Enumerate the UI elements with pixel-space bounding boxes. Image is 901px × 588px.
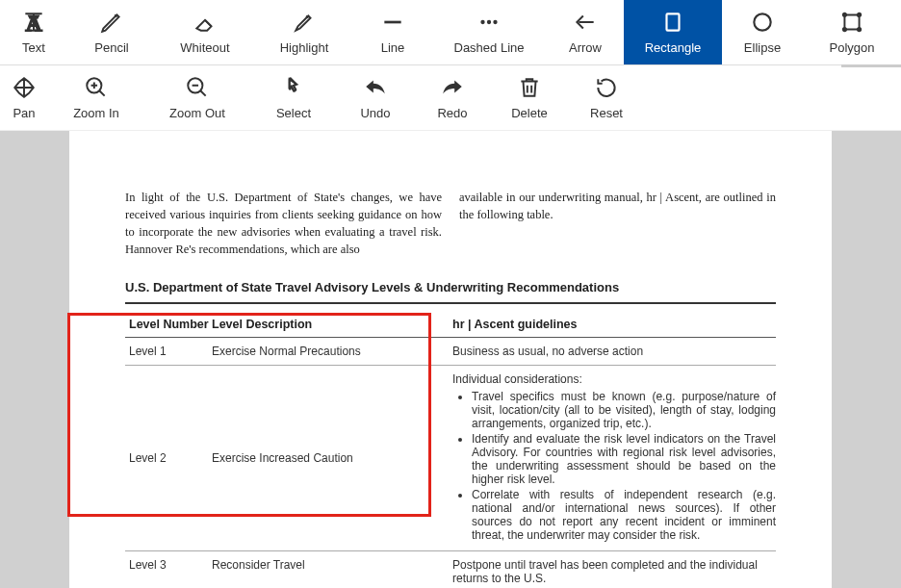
arrow-icon bbox=[573, 10, 598, 35]
dashed-icon bbox=[476, 10, 502, 35]
rectangle-icon bbox=[660, 10, 685, 35]
cell-desc: Exercise Increased Caution bbox=[212, 451, 452, 465]
zoom-out-icon bbox=[185, 75, 210, 100]
delete-label: Delete bbox=[511, 106, 548, 120]
ellipse-icon bbox=[750, 10, 775, 35]
table-header: Level Number Level Description hr | Asce… bbox=[125, 312, 776, 337]
text-icon: A bbox=[21, 10, 46, 35]
highlighter-icon bbox=[292, 10, 317, 35]
svg-point-9 bbox=[858, 28, 861, 31]
dashed-line-tool[interactable]: Dashed Line bbox=[431, 0, 547, 64]
intro-right: available in our underwriting manual, hr… bbox=[459, 189, 776, 259]
cell-guideline: Postpone until travel has been completed… bbox=[452, 558, 776, 585]
pencil-icon bbox=[99, 10, 124, 35]
svg-point-1 bbox=[480, 20, 484, 24]
redo-label: Redo bbox=[437, 106, 467, 120]
cell-level: Level 1 bbox=[125, 345, 212, 358]
bullet-item: Travel specifics must be known (e.g. pur… bbox=[472, 390, 776, 430]
select-icon bbox=[281, 75, 306, 100]
pan-label: Pan bbox=[13, 106, 35, 120]
cell-guideline: Individual considerations: Travel specif… bbox=[452, 372, 776, 544]
eraser-icon bbox=[193, 10, 218, 35]
bullet-item: Correlate with results of independent re… bbox=[472, 488, 776, 542]
line-label: Line bbox=[381, 40, 405, 55]
pencil-tool[interactable]: Pencil bbox=[67, 0, 156, 64]
svg-point-5 bbox=[754, 13, 770, 30]
zoom-out-tool[interactable]: Zoom Out bbox=[144, 65, 250, 130]
undo-label: Undo bbox=[360, 106, 390, 120]
editor-canvas[interactable]: In light of the U.S. Department of State… bbox=[0, 131, 901, 588]
document-page: In light of the U.S. Department of State… bbox=[69, 131, 832, 588]
bullet-item: Identify and evaluate the risk level ind… bbox=[472, 432, 776, 486]
section-rule bbox=[125, 302, 776, 304]
table-row: Level 2 Exercise Increased Caution Indiv… bbox=[125, 366, 776, 551]
ellipse-tool[interactable]: Ellipse bbox=[722, 0, 803, 64]
svg-point-8 bbox=[843, 28, 846, 31]
polygon-tool[interactable]: Polygon bbox=[803, 0, 901, 64]
table-row: Level 1 Exercise Normal Precautions Busi… bbox=[125, 338, 776, 366]
text-tool[interactable]: A Text bbox=[0, 0, 67, 64]
undo-icon bbox=[363, 75, 388, 100]
reset-icon bbox=[594, 75, 619, 100]
text-label: Text bbox=[22, 40, 45, 55]
line-tool[interactable]: Line bbox=[354, 0, 431, 64]
highlight-tool[interactable]: Highlight bbox=[254, 0, 354, 64]
table-row: Level 3 Reconsider Travel Postpone until… bbox=[125, 551, 776, 589]
svg-point-7 bbox=[858, 13, 861, 16]
rectangle-tool[interactable]: Rectangle bbox=[624, 0, 722, 64]
svg-point-2 bbox=[487, 20, 491, 24]
cell-guideline: Business as usual, no adverse action bbox=[452, 345, 776, 358]
svg-rect-4 bbox=[667, 13, 680, 30]
zoom-out-label: Zoom Out bbox=[169, 106, 225, 120]
highlight-label: Highlight bbox=[280, 40, 329, 55]
redo-button[interactable]: Redo bbox=[414, 65, 491, 130]
dashed-label: Dashed Line bbox=[454, 40, 525, 55]
header-level-description: Level Description bbox=[212, 318, 452, 331]
arrow-label: Arrow bbox=[569, 40, 602, 55]
select-tool[interactable]: Select bbox=[250, 65, 337, 130]
whiteout-tool[interactable]: Whiteout bbox=[156, 0, 254, 64]
annotation-toolbar: A Text Pencil Whiteout Highlight Line Da… bbox=[0, 0, 901, 65]
zoom-in-tool[interactable]: Zoom In bbox=[48, 65, 144, 130]
header-level-number: Level Number bbox=[125, 318, 212, 331]
select-label: Select bbox=[276, 106, 311, 120]
intro-paragraphs: In light of the U.S. Department of State… bbox=[125, 189, 776, 259]
view-toolbar: Pan Zoom In Zoom Out Select Undo Redo De… bbox=[0, 65, 901, 131]
cell-desc: Reconsider Travel bbox=[212, 558, 452, 585]
whiteout-label: Whiteout bbox=[180, 40, 229, 55]
trash-icon bbox=[517, 75, 542, 100]
ellipse-label: Ellipse bbox=[744, 40, 781, 55]
zoom-in-icon bbox=[84, 75, 109, 100]
reset-button[interactable]: Reset bbox=[568, 65, 645, 130]
cell-desc: Exercise Normal Precautions bbox=[212, 345, 452, 358]
zoom-in-label: Zoom In bbox=[73, 106, 119, 120]
pan-tool[interactable]: Pan bbox=[0, 65, 48, 130]
header-guidelines: hr | Ascent guidelines bbox=[452, 318, 776, 331]
svg-point-3 bbox=[493, 20, 497, 24]
cell-level: Level 2 bbox=[125, 451, 212, 465]
pencil-label: Pencil bbox=[94, 40, 128, 55]
guideline-header: Individual considerations: bbox=[452, 372, 776, 386]
polygon-icon bbox=[839, 10, 864, 35]
svg-text:A: A bbox=[25, 11, 42, 35]
undo-button[interactable]: Undo bbox=[337, 65, 414, 130]
cell-level: Level 3 bbox=[125, 558, 212, 585]
intro-left: In light of the U.S. Department of State… bbox=[125, 189, 442, 259]
svg-point-6 bbox=[843, 13, 846, 16]
arrow-tool[interactable]: Arrow bbox=[547, 0, 624, 64]
reset-label: Reset bbox=[590, 106, 623, 120]
guideline-bullets: Travel specifics must be known (e.g. pur… bbox=[452, 390, 776, 542]
polygon-label: Polygon bbox=[830, 40, 875, 55]
delete-button[interactable]: Delete bbox=[491, 65, 568, 130]
pan-icon bbox=[12, 75, 37, 100]
rectangle-label: Rectangle bbox=[645, 40, 702, 55]
line-icon bbox=[380, 10, 405, 35]
section-title: U.S. Department of State Travel Advisory… bbox=[125, 280, 776, 294]
redo-icon bbox=[440, 75, 465, 100]
